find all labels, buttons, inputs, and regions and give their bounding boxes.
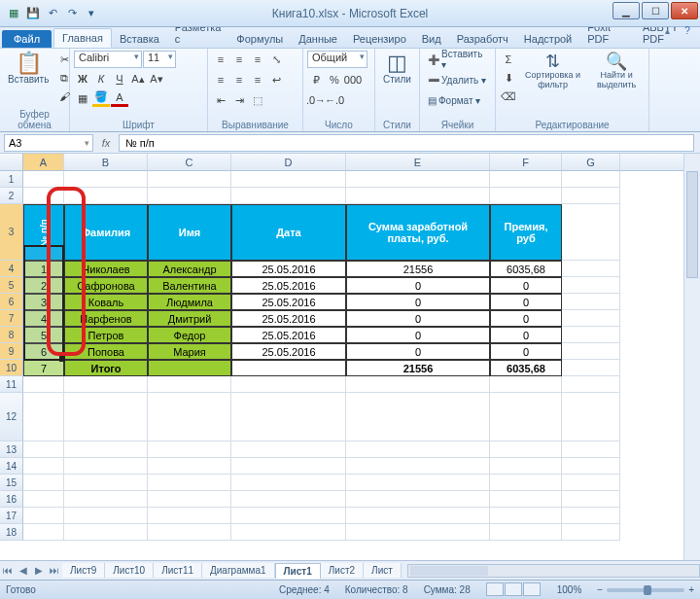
cell-num[interactable]: 4 [23,310,64,327]
qat-dropdown-icon[interactable]: ▾ [84,6,99,21]
row-header[interactable]: 18 [0,524,23,541]
close-button[interactable] [671,2,698,19]
cell-salary[interactable]: 0 [346,294,490,310]
cell-surname[interactable]: Итого [64,360,148,376]
cell-date[interactable] [231,360,346,376]
cell-num[interactable]: 1 [23,261,64,277]
fill-icon[interactable]: ⬇ [500,69,517,87]
tab-developer[interactable]: Разработч [449,30,516,48]
paste-button[interactable]: 📋 Вставить [4,51,52,87]
row-header[interactable]: 6 [0,294,23,310]
cell-bonus[interactable]: 0 [490,343,562,360]
row-header[interactable]: 2 [0,188,23,204]
cell-name[interactable] [148,360,231,376]
increase-font-icon[interactable]: A▴ [129,70,147,88]
col-header-d[interactable]: D [231,154,346,170]
cell-surname[interactable]: Коваль [64,294,148,310]
cell-bonus[interactable]: 0 [490,277,562,294]
merge-icon[interactable]: ⬚ [249,91,266,109]
cell-bonus[interactable]: 0 [490,327,562,343]
decrease-indent-icon[interactable]: ⇤ [212,91,229,109]
wrap-text-icon[interactable]: ↩ [267,71,285,88]
cell-num[interactable]: 7 [23,360,64,376]
header-num[interactable]: № п/п [23,204,64,261]
cell-name[interactable]: Александр [148,261,231,277]
col-header-a[interactable]: A [23,154,64,170]
align-right-icon[interactable]: ≡ [249,71,266,88]
row-header[interactable]: 7 [0,310,23,327]
fill-color-icon[interactable]: 🪣 [92,89,110,107]
row-header[interactable]: 4 [0,261,23,277]
cell-salary[interactable]: 0 [346,343,490,360]
clear-icon[interactable]: ⌫ [500,88,517,105]
row-header[interactable]: 14 [0,458,23,475]
cell-surname[interactable]: Петров [64,327,148,343]
scroll-thumb[interactable] [686,171,698,278]
align-top-icon[interactable]: ≡ [212,51,229,68]
cell-name[interactable]: Валентина [148,277,231,294]
format-cells-button[interactable]: ▤Формат ▾ [424,91,484,109]
cell-name[interactable]: Мария [148,343,231,360]
number-format-combo[interactable]: Общий [307,51,368,68]
cell-name[interactable]: Людмила [148,294,231,310]
header-date[interactable]: Дата [231,204,346,261]
autosum-icon[interactable]: Σ [500,51,517,68]
align-left-icon[interactable]: ≡ [212,71,229,88]
underline-icon[interactable]: Ч [111,70,128,88]
sheet-nav-first-icon[interactable]: ⏮ [0,565,16,576]
decrease-font-icon[interactable]: A▾ [148,70,165,88]
cell-name[interactable]: Федор [148,327,231,343]
font-name-combo[interactable]: Calibri [74,51,142,68]
maximize-button[interactable] [642,2,669,19]
tab-review[interactable]: Рецензиро [345,30,414,48]
sheet-tab[interactable]: Лист2 [321,563,364,578]
cell-num[interactable]: 5 [23,327,64,343]
row-header[interactable]: 16 [0,491,23,508]
sort-filter-button[interactable]: ⇅ Сортировка и фильтр [520,51,585,91]
worksheet-grid[interactable]: A B C D E F G 1 2 3 № п/п Фамилия Имя Да… [0,154,700,560]
cell-date[interactable]: 25.05.2016 [231,327,346,343]
cell-date[interactable]: 25.05.2016 [231,277,346,294]
font-color-icon[interactable]: A [111,89,128,107]
cell-num[interactable]: 3 [23,294,64,310]
sheet-tab-active[interactable]: Лист1 [275,563,321,579]
cell-salary[interactable]: 21556 [346,261,490,277]
cell-name[interactable]: Дмитрий [148,310,231,327]
cell-bonus[interactable]: 6035,68 [490,261,562,277]
sheet-tab[interactable]: Лист10 [105,563,154,578]
cell-surname[interactable]: Сафронова [64,277,148,294]
tab-formulas[interactable]: Формулы [228,30,291,48]
undo-icon[interactable]: ↶ [45,6,60,21]
scroll-thumb[interactable] [410,566,488,576]
cell-bonus[interactable]: 6035,68 [490,360,562,376]
sheet-tab[interactable]: Лист9 [62,563,105,578]
sheet-nav-next-icon[interactable]: ▶ [31,565,47,576]
row-header[interactable]: 15 [0,475,23,491]
cell-date[interactable]: 25.05.2016 [231,343,346,360]
cell-surname[interactable]: Попова [64,343,148,360]
border-icon[interactable]: ▦ [74,89,91,107]
increase-decimal-icon[interactable]: .0→ [307,91,325,109]
cell-salary[interactable]: 21556 [346,360,490,376]
cell-bonus[interactable]: 0 [490,294,562,310]
italic-icon[interactable]: К [92,70,110,88]
comma-icon[interactable]: 000 [344,71,362,88]
orientation-icon[interactable]: ⤡ [267,51,285,68]
col-header-g[interactable]: G [562,154,620,170]
ribbon-minimize-icon[interactable]: ▴ [658,23,676,37]
delete-cells-button[interactable]: ➖Удалить ▾ [424,71,490,88]
row-header[interactable]: 5 [0,277,23,294]
cell-date[interactable]: 25.05.2016 [231,310,346,327]
save-icon[interactable]: 💾 [25,6,41,21]
col-header-f[interactable]: F [490,154,562,170]
redo-icon[interactable]: ↷ [64,6,80,21]
decrease-decimal-icon[interactable]: ←.0 [326,91,343,109]
sheet-tab[interactable]: Лист11 [154,563,202,578]
row-header[interactable]: 17 [0,508,23,524]
row-header[interactable]: 3 [0,204,23,261]
cell-salary[interactable]: 0 [346,277,490,294]
insert-cells-button[interactable]: ➕Вставить ▾ [424,51,491,68]
sheet-tab[interactable]: Лист [364,563,402,578]
row-header[interactable]: 1 [0,171,23,188]
tab-view[interactable]: Вид [414,30,449,48]
